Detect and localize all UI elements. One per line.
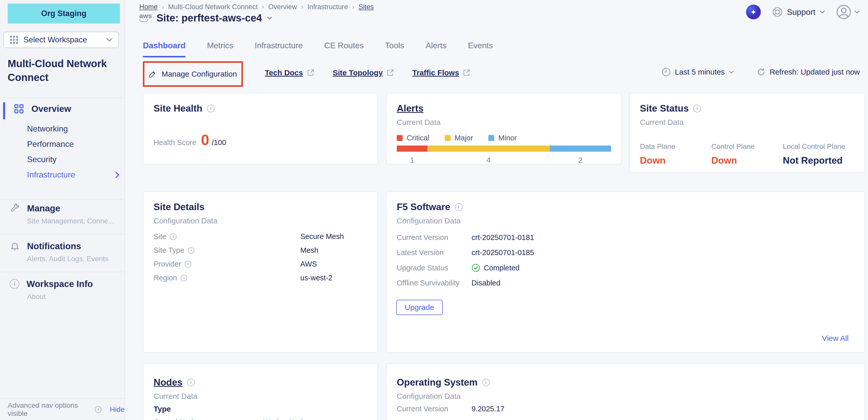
tab-dashboard[interactable]: Dashboard xyxy=(143,41,185,57)
sidebar-item-label: Workspace Info xyxy=(27,279,93,289)
site-details-card: Site Details Configuration Data Sitei Se… xyxy=(143,191,378,353)
tab-alerts[interactable]: Alerts xyxy=(426,41,446,57)
tab-infrastructure[interactable]: Infrastructure xyxy=(255,41,303,57)
sidebar-item-notifications[interactable]: Notifications Alerts, Audit Logs, Events xyxy=(0,241,125,263)
sidebar-item-security[interactable]: Security xyxy=(27,155,57,164)
nodes-col-control: Control Nodes xyxy=(154,418,215,420)
sidebar-item-sublabel: About xyxy=(0,293,125,301)
avatar xyxy=(836,5,851,20)
refresh-icon xyxy=(757,68,766,76)
legend-item-major: Major xyxy=(445,134,473,142)
workspace-selector[interactable]: Select Workspace xyxy=(4,32,119,48)
status-value: Down xyxy=(711,155,783,166)
sidebar-item-performance[interactable]: Performance xyxy=(27,140,74,149)
health-score-value: 0 xyxy=(201,131,209,148)
detail-row-provider: Provideri AWS xyxy=(154,260,367,268)
manage-configuration-button[interactable]: Manage Configuration xyxy=(143,61,243,87)
alerts-stacked-bar xyxy=(397,146,611,152)
f5-row-latest-version: Latest Version crt-20250701-0185 xyxy=(397,248,854,257)
nodes-col-worker: Worker Nodes xyxy=(263,418,324,420)
sidebar-item-infrastructure[interactable]: Infrastructure xyxy=(27,170,75,179)
traffic-flows-link[interactable]: Traffic Flows xyxy=(412,68,470,77)
card-subtitle: Current Data xyxy=(397,118,611,127)
tab-events[interactable]: Events xyxy=(468,41,493,57)
overview-grid-icon xyxy=(14,104,24,114)
info-icon[interactable]: i xyxy=(170,233,177,240)
lifebuoy-icon xyxy=(772,7,783,18)
wrench-icon xyxy=(10,203,20,213)
bell-icon xyxy=(10,241,20,251)
ai-assistant-button[interactable]: ✦ xyxy=(746,5,761,20)
manage-configuration-label: Manage Configuration xyxy=(161,70,237,79)
chevron-down-icon xyxy=(106,38,113,42)
chevron-down-icon[interactable] xyxy=(267,16,272,20)
status-local-control-plane: Local Control Plane Not Reported xyxy=(783,143,854,166)
check-circle-icon xyxy=(471,264,480,272)
info-icon[interactable]: i xyxy=(693,105,701,112)
card-title: Site Health xyxy=(154,103,202,114)
chevron-right-icon xyxy=(115,172,120,178)
chevron-down-icon xyxy=(729,70,734,74)
detail-row-site-type: Site Typei Mesh xyxy=(154,246,367,254)
health-score-suffix: /100 xyxy=(212,139,226,147)
site-topology-link[interactable]: Site Topology xyxy=(333,68,394,77)
advanced-nav-footer: Advanced nav options visible i Hide xyxy=(0,398,125,420)
alerts-card: Alerts Current Data Critical Major Minor… xyxy=(386,93,622,164)
tab-bar: Dashboard Metrics Infrastructure CE Rout… xyxy=(143,41,493,57)
tab-ce-routes[interactable]: CE Routes xyxy=(324,41,364,57)
time-range-label: Last 5 minutes xyxy=(675,68,724,76)
info-icon[interactable]: i xyxy=(207,105,215,112)
sidebar-item-label: Infrastructure xyxy=(27,170,75,179)
os-row-current-version: Current Version 9.2025.17 xyxy=(397,405,854,413)
sidebar-item-workspace-info[interactable]: i Workspace Info About xyxy=(0,279,125,301)
tech-docs-link[interactable]: Tech Docs xyxy=(265,68,314,77)
status-value: Down xyxy=(640,155,711,166)
f5-row-offline-survivability: Offline Survivability Disabled xyxy=(397,279,854,287)
site-title-row: aws Site: perftest-aws-ce4 xyxy=(139,12,272,24)
breadcrumb-separator: › xyxy=(352,3,354,11)
chevron-down-icon xyxy=(819,10,825,14)
support-menu[interactable]: Support xyxy=(772,7,825,18)
hide-advanced-nav-link[interactable]: Hide xyxy=(110,406,125,414)
product-title: Multi-Cloud Network Connect xyxy=(8,57,112,84)
advanced-nav-note: Advanced nav options visible xyxy=(8,401,91,418)
health-score-label: Health Score xyxy=(154,139,196,147)
external-link-icon xyxy=(307,69,314,77)
tab-tools[interactable]: Tools xyxy=(385,41,404,57)
view-all-link[interactable]: View All xyxy=(822,334,848,342)
alerts-card-title-link[interactable]: Alerts xyxy=(397,103,424,114)
page-title: Site: perftest-aws-ce4 xyxy=(156,12,262,24)
info-icon[interactable]: i xyxy=(188,247,194,254)
clock-icon xyxy=(661,67,671,77)
info-icon[interactable]: i xyxy=(181,275,187,281)
workspace-selector-label: Select Workspace xyxy=(24,35,101,44)
time-range-selector[interactable]: Last 5 minutes xyxy=(661,67,734,77)
sidebar-item-manage[interactable]: Manage Site Management, Conne... xyxy=(0,203,125,225)
breadcrumb-home[interactable]: Home xyxy=(139,3,158,11)
info-icon: i xyxy=(95,406,101,413)
legend-item-critical: Critical xyxy=(397,134,429,142)
breadcrumb-item: Infrastructure xyxy=(307,3,348,11)
status-value: Not Reported xyxy=(783,155,854,166)
info-icon[interactable]: i xyxy=(455,203,463,211)
user-menu[interactable] xyxy=(836,5,860,20)
upgrade-button[interactable]: Upgrade xyxy=(396,300,443,315)
info-icon[interactable]: i xyxy=(187,379,195,386)
external-link-icon xyxy=(463,69,470,77)
org-banner[interactable]: Org Staging xyxy=(8,4,120,24)
site-status-card: Site Status i Current Data Data Plane Do… xyxy=(629,93,865,173)
status-data-plane: Data Plane Down xyxy=(640,143,711,166)
breadcrumb-item: Multi-Cloud Network Connect xyxy=(168,3,258,11)
info-icon[interactable]: i xyxy=(185,261,191,268)
card-title: Operating System xyxy=(397,377,477,388)
sidebar-item-networking[interactable]: Networking xyxy=(27,124,68,133)
legend-swatch xyxy=(488,135,494,141)
info-icon[interactable]: i xyxy=(482,379,490,386)
tab-metrics[interactable]: Metrics xyxy=(207,41,233,57)
nodes-card-title-link[interactable]: Nodes xyxy=(154,377,182,388)
sidebar: Org Staging Select Workspace Multi-Cloud… xyxy=(0,0,125,420)
sidebar-item-overview[interactable]: Overview xyxy=(14,104,71,114)
status-control-plane: Control Plane Down xyxy=(711,143,783,166)
refresh-control[interactable]: Refresh: Updated just now xyxy=(757,68,860,76)
breadcrumb-sites[interactable]: Sites xyxy=(359,3,374,11)
